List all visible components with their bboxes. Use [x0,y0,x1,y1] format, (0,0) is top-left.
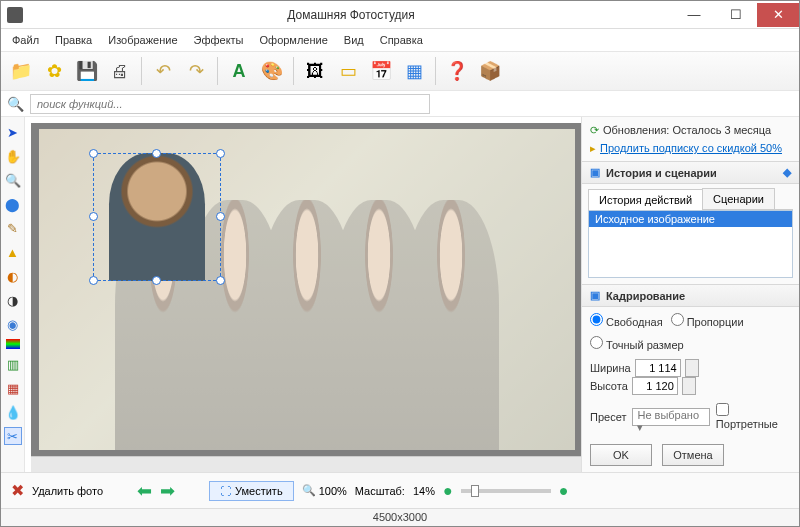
redo-button[interactable]: ↷ [180,55,212,87]
cancel-button[interactable]: Отмена [662,444,724,466]
crop-tool[interactable]: ✂ [4,427,22,445]
fit-button[interactable]: ⛶Уместить [209,481,294,501]
zoom-100-button[interactable]: 🔍100% [302,484,347,497]
history-icon: ▣ [590,166,600,179]
photo [39,129,575,450]
image-tool-button[interactable]: 🖼 [299,55,331,87]
menu-help[interactable]: Справка [373,32,430,48]
next-button[interactable]: ➡ [160,480,175,502]
zoom-tool[interactable]: 🔍 [4,171,22,189]
horizontal-scrollbar[interactable] [31,456,581,472]
delete-icon[interactable]: ✖ [11,481,24,500]
image-dimensions: 4500x3000 [373,511,427,523]
zoom-in-button[interactable]: ● [559,482,569,500]
text-button[interactable]: A [223,55,255,87]
window-title: Домашняя Фотостудия [29,8,673,22]
maximize-button[interactable]: ☐ [715,3,757,27]
eyedropper-tool[interactable]: ✎ [4,219,22,237]
width-spinner[interactable] [685,359,699,377]
layers-tool[interactable]: ▥ [4,355,22,373]
warning-tool[interactable]: ▲ [4,243,22,261]
mask-tool[interactable]: ▦ [4,379,22,397]
update-status: ⟳Обновления: Осталось 3 месяца [590,121,791,139]
wizard-button[interactable]: ✿ [38,55,70,87]
app-icon [7,7,23,23]
undo-button[interactable]: ↶ [147,55,179,87]
brush-tool[interactable]: ⬤ [4,195,22,213]
history-tabs: История действий Сценарии [588,188,793,210]
open-button[interactable]: 📁 [5,55,37,87]
titlebar: Домашняя Фотостудия — ☐ ✕ [1,1,799,29]
search-row: 🔍 [1,91,799,117]
minimize-button[interactable]: — [673,3,715,27]
prev-button[interactable]: ⬅ [137,480,152,502]
print-button[interactable]: 🖨 [104,55,136,87]
zoom-out-button[interactable]: ● [443,482,453,500]
crop-handle-se[interactable] [216,276,225,285]
canvas-area [25,117,581,472]
menu-view[interactable]: Вид [337,32,371,48]
box-button[interactable]: 📦 [474,55,506,87]
gradient-tool[interactable] [6,339,20,349]
height-spinner[interactable] [682,377,696,395]
tab-history[interactable]: История действий [588,189,703,210]
mode-prop[interactable]: Пропорции [671,313,744,328]
healing-tool[interactable]: ◐ [4,267,22,285]
crop-handle-e[interactable] [216,212,225,221]
crop-rectangle[interactable] [93,153,221,281]
drop-tool[interactable]: 💧 [4,403,22,421]
status-bar: 4500x3000 [1,508,799,526]
contrast-tool[interactable]: ◑ [4,291,22,309]
blur-tool[interactable]: ◉ [4,315,22,333]
zoom-thumb[interactable] [471,485,479,497]
search-icon: 🔍 [7,96,24,112]
menu-image[interactable]: Изображение [101,32,184,48]
history-list[interactable]: Исходное изображение [588,210,793,278]
crop-handle-n[interactable] [152,149,161,158]
mode-exact[interactable]: Точный размер [590,336,684,351]
calendar-button[interactable]: 📅 [365,55,397,87]
close-button[interactable]: ✕ [757,3,799,27]
delete-photo-button[interactable]: Удалить фото [32,485,103,497]
crop-handle-s[interactable] [152,276,161,285]
menu-design[interactable]: Оформление [253,32,335,48]
history-panel-header: ▣ История и сценарии ◆ [582,161,799,184]
zoom-slider[interactable] [461,489,551,493]
portrait-checkbox[interactable]: Портретные [716,403,791,430]
crop-handle-ne[interactable] [216,149,225,158]
content: ➤ ✋ 🔍 ⬤ ✎ ▲ ◐ ◑ ◉ ▥ ▦ 💧 ✂ [1,117,799,472]
ok-button[interactable]: OK [590,444,652,466]
scale-label: Масштаб: [355,485,405,497]
collage-button[interactable]: ▦ [398,55,430,87]
menu-edit[interactable]: Правка [48,32,99,48]
palette-button[interactable]: 🎨 [256,55,288,87]
crop-panel-header: ▣ Кадрирование [582,284,799,307]
crop-handle-sw[interactable] [89,276,98,285]
menu-file[interactable]: Файл [5,32,46,48]
crop-handle-w[interactable] [89,212,98,221]
width-input[interactable] [635,359,681,377]
extend-subscription-link[interactable]: ▸Продлить подписку со скидкой 50% [590,139,791,157]
main-toolbar: 📁 ✿ 💾 🖨 ↶ ↷ A 🎨 🖼 ▭ 📅 ▦ ❓ 📦 [1,51,799,91]
help-button[interactable]: ❓ [441,55,473,87]
canvas[interactable] [31,123,581,456]
menubar: Файл Правка Изображение Эффекты Оформлен… [1,29,799,51]
separator [141,57,142,85]
frame-button[interactable]: ▭ [332,55,364,87]
menu-effects[interactable]: Эффекты [187,32,251,48]
crop-handle-nw[interactable] [89,149,98,158]
save-button[interactable]: 💾 [71,55,103,87]
tab-scenarios[interactable]: Сценарии [702,188,775,209]
mode-free[interactable]: Свободная [590,313,663,328]
history-item[interactable]: Исходное изображение [589,211,792,227]
pointer-tool[interactable]: ➤ [4,123,22,141]
height-input[interactable] [632,377,678,395]
hand-tool[interactable]: ✋ [4,147,22,165]
height-label: Высота [590,380,628,392]
crop-icon: ▣ [590,289,600,302]
preset-label: Пресет [590,411,626,423]
search-input[interactable] [30,94,430,114]
collapse-icon[interactable]: ◆ [783,166,791,179]
preset-select[interactable]: Не выбрано ▾ [632,408,709,426]
width-label: Ширина [590,362,631,374]
